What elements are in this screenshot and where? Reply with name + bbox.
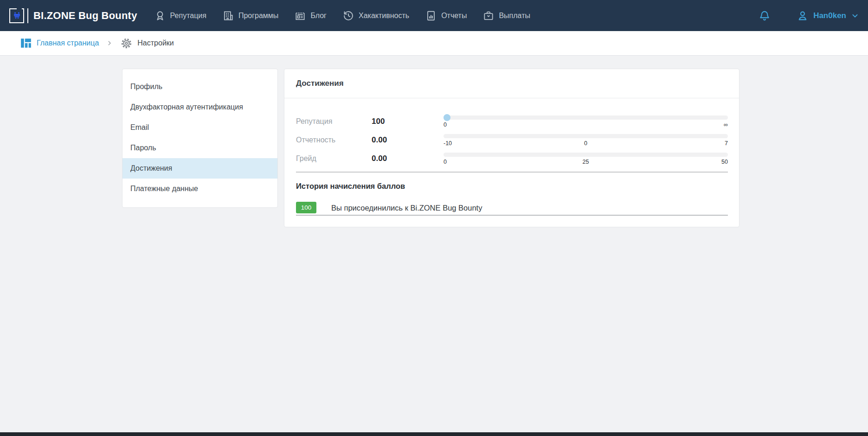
tick-min: 0	[444, 159, 538, 165]
reputation-slider: 0 ∞	[444, 115, 728, 128]
breadcrumb: Главная страница Настройки	[0, 31, 868, 56]
slider-ticks: 0 ∞	[444, 122, 728, 128]
notifications-button[interactable]	[758, 9, 771, 22]
breadcrumb-current: Настройки	[120, 37, 174, 50]
footer-strip	[0, 432, 868, 436]
tick-min: -10	[444, 140, 538, 147]
nav-item-label: Выплаты	[499, 12, 530, 20]
grade-slider: 0 25 50	[444, 153, 728, 165]
gear-icon	[120, 37, 133, 50]
nav-item-reputation[interactable]: Репутация	[154, 10, 206, 22]
page-content: Профиль Двухфакторная аутентификация Ema…	[0, 56, 868, 432]
achievements-header: Достижения	[284, 69, 739, 98]
user-name: Han0ken	[813, 11, 846, 20]
sidebar-item-label: Двухфакторная аутентификация	[130, 103, 243, 111]
chevron-down-icon	[850, 11, 860, 20]
metric-label: Репутация	[296, 117, 372, 126]
metric-value: 100	[372, 117, 444, 126]
report-icon	[425, 10, 437, 22]
nav-item-hackactivity[interactable]: Хакактивность	[342, 10, 409, 22]
breadcrumb-home-label: Главная страница	[37, 39, 99, 47]
bell-icon	[758, 9, 771, 22]
history-title: История начисления баллов	[296, 182, 728, 191]
achievements-body: Репутация 100 0 ∞ Отчетность 0.00	[284, 98, 739, 227]
sidebar-item-email[interactable]: Email	[122, 117, 277, 138]
metric-row-reporting: Отчетность 0.00 -10 0 7	[296, 131, 728, 149]
tick-max: 50	[633, 159, 728, 165]
brand-name: BI.ZONE Bug Bounty	[33, 10, 137, 22]
nav-item-label: Репутация	[170, 12, 206, 20]
slider-ticks: 0 25 50	[444, 159, 728, 165]
metric-row-grade: Грейд 0.00 0 25 50	[296, 149, 728, 168]
sidebar-item-password[interactable]: Пароль	[122, 138, 277, 158]
slider-track[interactable]	[444, 115, 728, 120]
sidebar-item-label: Достижения	[130, 164, 172, 173]
user-icon	[796, 9, 809, 22]
sidebar-item-two-factor[interactable]: Двухфакторная аутентификация	[122, 97, 277, 117]
tick-min: 0	[444, 122, 586, 128]
slider-handle[interactable]	[444, 114, 450, 121]
nav-item-label: Программы	[238, 12, 278, 20]
breadcrumb-current-label: Настройки	[137, 39, 174, 47]
sidebar-item-profile[interactable]: Профиль	[122, 77, 277, 97]
chevron-right-icon	[106, 40, 113, 46]
brand-logo[interactable]: BI.ZONE Bug Bounty	[9, 8, 137, 23]
metric-value: 0.00	[372, 135, 444, 145]
tick-max: 7	[633, 140, 728, 147]
metric-row-reputation: Репутация 100 0 ∞	[296, 112, 728, 131]
topbar-right: Han0ken	[758, 9, 860, 22]
building-icon	[222, 10, 234, 22]
nav-item-blog[interactable]: Блог	[294, 10, 327, 22]
nav-item-label: Отчеты	[441, 12, 467, 20]
nav-item-label: Блог	[310, 12, 327, 20]
metric-label: Отчетность	[296, 136, 372, 144]
dashboard-icon	[20, 37, 32, 49]
sidebar-item-label: Профиль	[130, 83, 162, 91]
brand-bug-icon	[9, 8, 24, 23]
top-navigation-bar: BI.ZONE Bug Bounty Репутация Програм	[0, 0, 868, 31]
user-menu[interactable]: Han0ken	[796, 9, 860, 22]
briefcase-icon	[482, 10, 495, 22]
slider-track[interactable]	[444, 134, 728, 138]
panel-title: Достижения	[296, 79, 344, 88]
sidebar-item-label: Платежные данные	[130, 185, 198, 193]
medal-icon	[154, 10, 166, 22]
nav-item-payouts[interactable]: Выплаты	[482, 10, 530, 22]
nav-item-programs[interactable]: Программы	[222, 10, 278, 22]
sidebar-item-payment-data[interactable]: Платежные данные	[122, 179, 277, 199]
main-nav: Репутация Программы	[154, 10, 530, 22]
metric-value: 0.00	[372, 154, 444, 163]
history-entry: 100 Вы присоединились к Bi.ZONE Bug Boun…	[296, 202, 728, 216]
points-badge: 100	[296, 202, 316, 213]
reporting-slider: -10 0 7	[444, 134, 728, 147]
brand-divider	[27, 8, 28, 23]
breadcrumb-home-link[interactable]: Главная страница	[20, 37, 99, 49]
newspaper-icon	[294, 10, 306, 22]
sidebar-item-achievements[interactable]: Достижения	[122, 158, 277, 179]
sidebar-item-label: Email	[130, 123, 149, 132]
tick-mid: 25	[538, 159, 633, 165]
settings-sidebar: Профиль Двухфакторная аутентификация Ema…	[122, 69, 278, 208]
history-entry-text: Вы присоединились к Bi.ZONE Bug Bounty	[331, 204, 482, 212]
section-divider	[296, 172, 728, 173]
metric-label: Грейд	[296, 154, 372, 163]
slider-ticks: -10 0 7	[444, 140, 728, 147]
nav-item-reports[interactable]: Отчеты	[425, 10, 467, 22]
slider-track[interactable]	[444, 153, 728, 157]
achievements-panel: Достижения Репутация 100 0 ∞ О	[284, 69, 739, 227]
tick-mid: 0	[538, 140, 633, 147]
nav-item-label: Хакактивность	[359, 12, 409, 20]
tick-max: ∞	[586, 122, 728, 128]
history-icon	[342, 10, 354, 22]
sidebar-item-label: Пароль	[130, 144, 156, 152]
